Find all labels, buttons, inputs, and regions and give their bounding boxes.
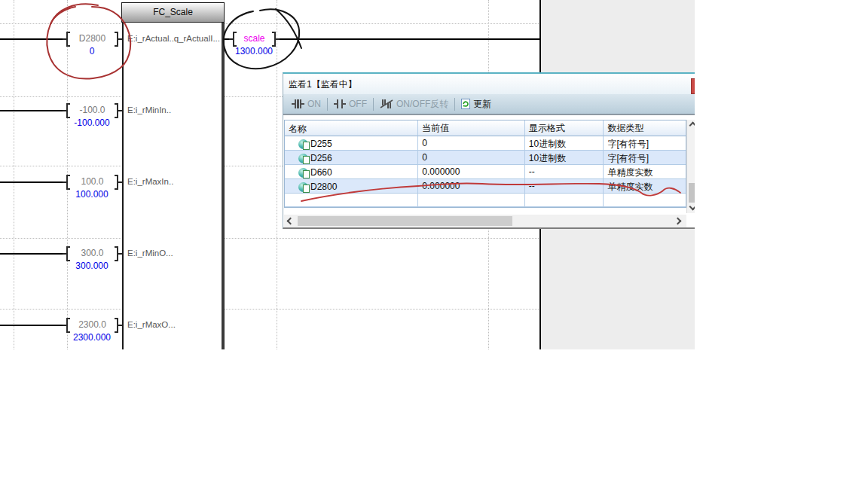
display-format[interactable]: -- [525,179,604,194]
update-button-label: 更新 [473,98,491,111]
onoff-invert-button[interactable]: ON/OFF反转 [374,98,454,111]
display-format[interactable]: -- [525,165,604,179]
wire [0,38,66,40]
device-name: D660 [310,167,332,178]
table-row[interactable]: D660 0.000000 -- 单精度实数 [285,165,686,179]
column-header[interactable]: 当前值 [418,120,524,136]
toolbar-separator [373,98,374,111]
device-icon [298,182,308,192]
display-format[interactable]: 10进制数 [525,151,604,165]
operand-box-input[interactable]: 300.0 [66,246,118,261]
grid-line [0,238,540,239]
operand-label: 2300.0 [70,318,115,333]
wire [0,253,66,255]
horizontal-scrollbar[interactable] [284,215,686,227]
scroll-right-arrow[interactable] [674,218,682,225]
device-icon [298,154,308,163]
current-value[interactable]: 0 [418,151,524,165]
vertical-scroll-thumb[interactable] [689,183,695,203]
fb-pin-label: q_rActualI... [167,34,220,43]
watch-window-title: 监看1【监看中】 [289,78,357,91]
operand-box-output[interactable]: scale [233,32,276,47]
refresh-icon [461,99,470,109]
current-value[interactable]: 0.000000 [418,165,524,179]
watch-table: 名称 当前值 显示格式 数据类型 D255 0 10进制数 字[有符号] D25… [284,120,686,208]
table-row-selected[interactable]: D2800 0.000000 -- 单精度实数 [285,179,686,194]
wire [276,38,540,40]
operand-box-input[interactable]: D2800 [66,32,118,47]
grid-line [0,23,540,24]
onoff-invert-icon [380,99,393,108]
data-type[interactable]: 字[有符号] [604,151,686,165]
horizontal-scroll-thumb[interactable] [298,216,512,226]
update-button[interactable]: 更新 [456,98,497,111]
fb-block-header[interactable]: FC_Scale [121,2,225,23]
current-value[interactable]: 0 [418,136,524,151]
toolbar-separator [327,98,328,111]
table-row-empty[interactable] [285,194,686,207]
table-header-row: 名称 当前值 显示格式 数据类型 [285,120,686,136]
grid-line [14,0,14,349]
wire [0,325,66,326]
data-type[interactable]: 单精度实数 [604,179,686,194]
close-button[interactable] [691,78,695,94]
watch-window: 监看1【监看中】 ON OFF [283,72,695,229]
fb-pin-label: E:i_rMinO... [127,249,173,258]
on-button[interactable]: ON [286,99,326,109]
operand-box-input[interactable]: 100.0 [66,175,118,190]
fb-pin-label: E:i_rMaxO... [127,320,176,329]
vertical-scrollbar[interactable] [686,120,695,213]
fb-pin-label: E:i_rMaxIn.. [127,177,173,186]
onoff-invert-label: ON/OFF反转 [396,98,448,111]
operand-label: scale [237,32,272,47]
device-icon [298,139,308,149]
column-header[interactable]: 显示格式 [525,120,604,136]
scroll-left-arrow[interactable] [287,218,295,225]
operand-label: D2800 [70,32,115,47]
plc-editor-viewport: FC_Scale E:i_rActual... E:i_rMinIn.. E:i… [0,0,695,349]
on-contact-icon [292,99,304,108]
fb-pin-label: E:i_rMinIn.. [127,105,171,114]
monitor-value: 2300.000 [62,332,122,343]
operand-label: -100.0 [70,103,115,118]
operand-box-input[interactable]: 2300.0 [66,318,118,333]
current-value[interactable]: 0.000000 [418,179,524,194]
monitor-value: -100.000 [62,117,122,128]
monitor-value: 300.000 [62,261,122,271]
monitor-value: 0 [62,46,122,56]
monitor-value: 1300.000 [224,46,284,56]
scroll-down-arrow[interactable] [689,203,695,211]
watch-window-titlebar[interactable]: 监看1【监看中】 [283,74,695,94]
operand-box-input[interactable]: -100.0 [66,103,118,118]
off-contact-icon [334,99,346,108]
device-name: D255 [310,139,332,149]
data-type[interactable]: 字[有符号] [604,136,686,151]
operand-label: 300.0 [70,246,115,261]
table-row[interactable]: D256 0 10进制数 字[有符号] [285,151,686,165]
device-name: D2800 [310,181,337,192]
watch-toolbar: ON OFF ON/OFF反转 [283,94,695,115]
toolbar-separator [454,98,455,111]
fb-block-body[interactable] [122,23,225,349]
off-button-label: OFF [349,99,367,109]
on-button-label: ON [307,99,321,109]
column-header[interactable]: 数据类型 [604,120,686,136]
grid-line [0,309,540,310]
column-header[interactable]: 名称 [285,120,418,136]
device-icon [298,168,308,178]
table-row[interactable]: D255 0 10进制数 字[有符号] [285,136,686,151]
operand-label: 100.0 [70,175,115,190]
data-type[interactable]: 单精度实数 [604,165,686,179]
device-name: D256 [310,153,332,163]
display-format[interactable]: 10进制数 [525,136,604,151]
off-button[interactable]: OFF [329,99,372,109]
monitor-value: 100.000 [62,189,122,200]
wire [0,181,66,183]
wire [0,110,66,111]
scroll-up-arrow[interactable] [689,122,695,130]
